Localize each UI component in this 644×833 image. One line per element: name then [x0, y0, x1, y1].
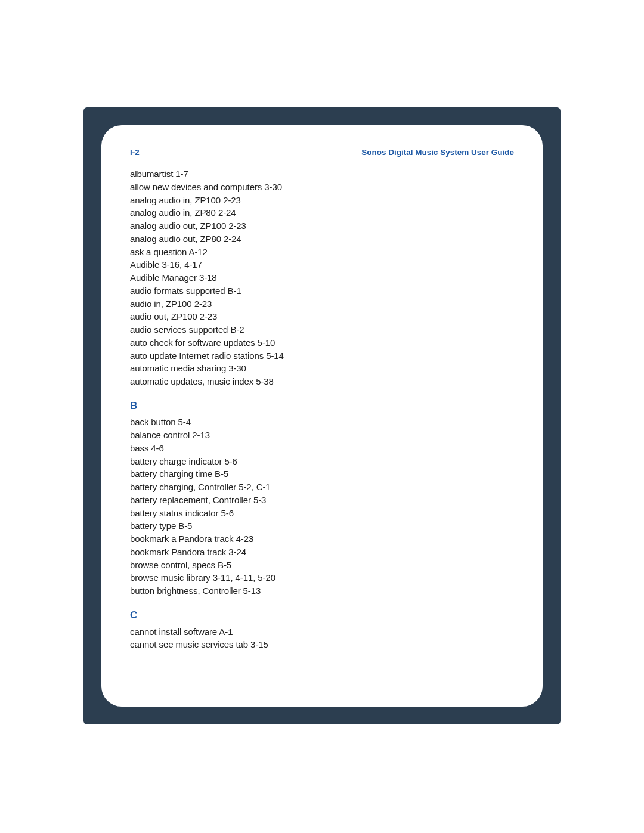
index-entry: audio services supported B-2 — [130, 323, 514, 336]
index-entry: back button 5-4 — [130, 416, 514, 429]
index-entry: bookmark Pandora track 3-24 — [130, 546, 514, 559]
index-entry: audio in, ZP100 2-23 — [130, 298, 514, 311]
index-entry: Audible Manager 3-18 — [130, 271, 514, 284]
index-entry: automatic updates, music index 5-38 — [130, 375, 514, 388]
index-entry: analog audio in, ZP100 2-23 — [130, 194, 514, 207]
index-entry: automatic media sharing 3-30 — [130, 362, 514, 375]
document-title: Sonos Digital Music System User Guide — [361, 148, 514, 157]
index-entry: battery charging time B-5 — [130, 467, 514, 481]
page-content: I-2 Sonos Digital Music System User Guid… — [101, 125, 543, 707]
index-entry: analog audio in, ZP80 2-24 — [130, 206, 514, 219]
index-entry: ask a question A-12 — [130, 246, 514, 259]
page-number: I-2 — [130, 148, 140, 157]
index-entry: battery status indicator 5-6 — [130, 507, 514, 520]
index-entry: audio out, ZP100 2-23 — [130, 310, 514, 323]
index-entry: bookmark a Pandora track 4-23 — [130, 532, 514, 546]
index-entry: button brightness, Controller 5-13 — [130, 584, 514, 597]
index-entry: albumartist 1-7 — [130, 168, 514, 181]
page-header: I-2 Sonos Digital Music System User Guid… — [130, 148, 514, 157]
index-entry: battery replacement, Controller 5-3 — [130, 494, 514, 507]
index-entry: cannot install software A-1 — [130, 625, 514, 639]
index-entry: analog audio out, ZP80 2-24 — [130, 233, 514, 246]
index-entry: Audible 3-16, 4-17 — [130, 258, 514, 271]
index-entry: bass 4-6 — [130, 442, 514, 455]
index-entry: cannot see music services tab 3-15 — [130, 638, 514, 651]
index-section-heading: C — [130, 608, 514, 623]
index-body: albumartist 1-7allow new devices and com… — [130, 168, 514, 651]
index-entry: browse control, specs B-5 — [130, 559, 514, 572]
index-entry: allow new devices and computers 3-30 — [130, 181, 514, 194]
index-entry: battery charge indicator 5-6 — [130, 455, 514, 468]
page-frame: I-2 Sonos Digital Music System User Guid… — [83, 107, 561, 724]
index-entry: battery type B-5 — [130, 519, 514, 532]
index-entry: balance control 2-13 — [130, 429, 514, 442]
index-entry: battery charging, Controller 5-2, C-1 — [130, 481, 514, 494]
index-section-heading: B — [130, 399, 514, 414]
index-entry: auto update Internet radio stations 5-14 — [130, 349, 514, 363]
index-entry: audio formats supported B-1 — [130, 284, 514, 298]
index-entry: browse music library 3-11, 4-11, 5-20 — [130, 571, 514, 584]
index-entry: analog audio out, ZP100 2-23 — [130, 219, 514, 233]
index-entry: auto check for software updates 5-10 — [130, 336, 514, 349]
